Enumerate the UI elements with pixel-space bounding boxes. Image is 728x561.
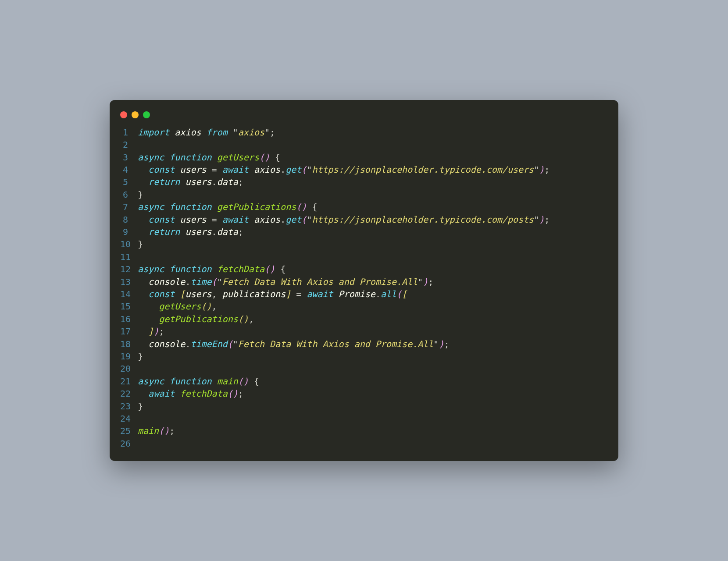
code-line[interactable]: 4 const users = await axios.get("https:/… <box>120 163 608 176</box>
token-call: timeEnd <box>190 339 227 349</box>
code-line[interactable]: 12async function fetchData() { <box>120 263 608 275</box>
line-content[interactable]: import axios from "axios"; <box>138 126 608 138</box>
code-line[interactable]: 14 const [users, publications] = await P… <box>120 288 608 300</box>
code-line[interactable]: 3async function getUsers() { <box>120 151 608 163</box>
token-punc: . <box>212 227 217 237</box>
code-line[interactable]: 22 await fetchData(); <box>120 387 608 400</box>
token-kw: const <box>148 214 180 225</box>
line-content[interactable]: async function getPublications() { <box>138 201 608 213</box>
line-content[interactable] <box>138 138 608 151</box>
token-str: https://jsonplaceholder.typicode.com/use… <box>312 164 534 175</box>
token-kw: await <box>307 289 338 299</box>
token-str: axios <box>238 127 264 138</box>
token-def <box>138 339 148 349</box>
code-line[interactable]: 7async function getPublications() { <box>120 201 608 213</box>
code-line[interactable]: 6} <box>120 188 608 201</box>
line-content[interactable]: } <box>138 188 608 201</box>
line-content[interactable]: getUsers(), <box>138 300 608 312</box>
line-content[interactable] <box>138 251 608 263</box>
code-line[interactable]: 19} <box>120 350 608 362</box>
line-number: 14 <box>120 288 138 300</box>
token-obj: console <box>148 339 185 349</box>
token-paren: ( <box>396 289 402 299</box>
line-content[interactable]: const users = await axios.get("https://j… <box>138 213 608 226</box>
token-str: Fetch Data With Axios and Promise.All <box>222 277 418 287</box>
line-content[interactable]: } <box>138 400 608 412</box>
token-brace: { <box>280 264 285 274</box>
token-kw: const <box>148 164 180 175</box>
token-punc: ; <box>544 214 550 225</box>
code-line[interactable]: 1import axios from "axios"; <box>120 126 608 138</box>
line-content[interactable]: console.time("Fetch Data With Axios and … <box>138 276 608 288</box>
code-line[interactable]: 13 console.time("Fetch Data With Axios a… <box>120 276 608 288</box>
code-line[interactable]: 20 <box>120 362 608 375</box>
line-number: 12 <box>120 263 138 275</box>
line-number: 8 <box>120 213 138 226</box>
line-number: 19 <box>120 350 138 362</box>
code-line[interactable]: 17 ]); <box>120 325 608 337</box>
line-content[interactable]: const [users, publications] = await Prom… <box>138 288 608 300</box>
line-content[interactable]: async function getUsers() { <box>138 151 608 163</box>
token-punc: " <box>233 127 238 138</box>
token-punc: ; <box>428 277 433 287</box>
code-line[interactable]: 9 return users.data; <box>120 226 608 238</box>
token-punc: " <box>534 164 539 175</box>
token-punc: " <box>307 214 312 225</box>
line-content[interactable]: const users = await axios.get("https://j… <box>138 163 608 176</box>
code-editor[interactable]: 1import axios from "axios";2 3async func… <box>110 126 618 450</box>
token-paren: ) <box>539 164 544 175</box>
token-obj: console <box>148 277 185 287</box>
zoom-icon[interactable] <box>143 111 150 118</box>
code-line[interactable]: 16 getPublications(), <box>120 313 608 325</box>
line-content[interactable] <box>138 412 608 425</box>
line-content[interactable]: } <box>138 238 608 250</box>
code-line[interactable]: 23} <box>120 400 608 412</box>
line-content[interactable]: async function main() { <box>138 375 608 387</box>
token-paren: () <box>264 264 275 274</box>
code-line[interactable]: 15 getUsers(), <box>120 300 608 312</box>
token-def <box>138 388 148 399</box>
line-number: 1 <box>120 126 138 138</box>
minimize-icon[interactable] <box>132 111 139 118</box>
token-paren: ) <box>423 277 428 287</box>
token-kw: return <box>148 227 185 237</box>
line-content[interactable]: ]); <box>138 325 608 337</box>
token-fn: fetchData <box>217 264 264 274</box>
token-brace: } <box>138 401 143 412</box>
line-content[interactable] <box>138 437 608 450</box>
token-punc: ; <box>159 326 164 337</box>
token-kw: function <box>169 264 217 274</box>
token-paren: ) <box>439 339 444 349</box>
line-content[interactable]: return users.data; <box>138 226 608 238</box>
code-line[interactable]: 10} <box>120 238 608 250</box>
code-line[interactable]: 26 <box>120 437 608 450</box>
code-line[interactable]: 2 <box>120 138 608 151</box>
line-content[interactable]: return users.data; <box>138 176 608 188</box>
token-brak: () <box>201 301 212 312</box>
token-def: users <box>180 214 211 225</box>
line-content[interactable]: main(); <box>138 425 608 437</box>
code-line[interactable]: 8 const users = await axios.get("https:/… <box>120 213 608 226</box>
token-kw: from <box>207 127 233 138</box>
line-content[interactable]: async function fetchData() { <box>138 263 608 275</box>
line-content[interactable]: getPublications(), <box>138 313 608 325</box>
line-content[interactable]: console.timeEnd("Fetch Data With Axios a… <box>138 338 608 350</box>
line-content[interactable]: } <box>138 350 608 362</box>
code-line[interactable]: 25main(); <box>120 425 608 437</box>
token-kw: await <box>222 164 254 175</box>
line-number: 6 <box>120 188 138 201</box>
line-number: 23 <box>120 400 138 412</box>
token-obj: Promise <box>339 289 375 299</box>
token-brak: ] <box>148 326 153 337</box>
line-content[interactable] <box>138 362 608 375</box>
code-line[interactable]: 21async function main() { <box>120 375 608 387</box>
code-line[interactable]: 5 return users.data; <box>120 176 608 188</box>
token-kw: async <box>138 202 169 212</box>
token-kw: async <box>138 376 169 387</box>
token-kw: function <box>169 202 217 212</box>
line-content[interactable]: await fetchData(); <box>138 387 608 400</box>
code-line[interactable]: 11 <box>120 251 608 263</box>
close-icon[interactable] <box>120 111 127 118</box>
code-line[interactable]: 18 console.timeEnd("Fetch Data With Axio… <box>120 338 608 350</box>
code-line[interactable]: 24 <box>120 412 608 425</box>
